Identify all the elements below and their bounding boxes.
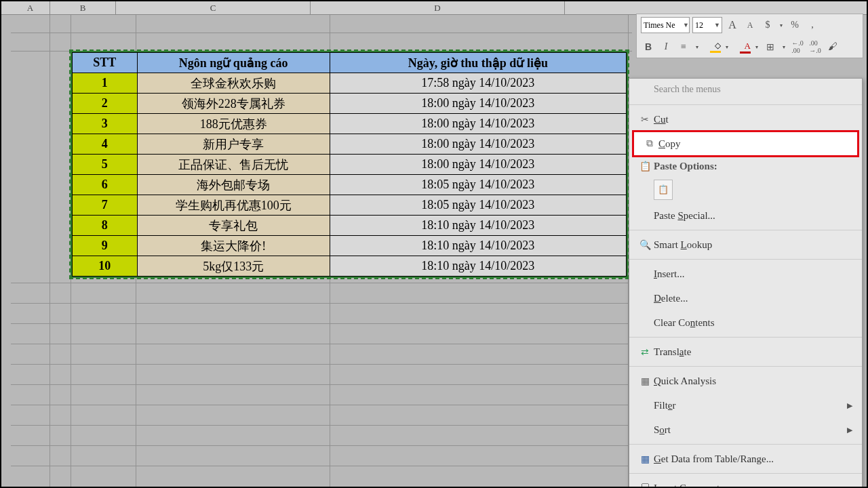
cell-stt[interactable]: 2 [73, 94, 138, 114]
table-header-row: STT Ngôn ngữ quảng cáo Ngày, giờ thu thậ… [73, 53, 627, 73]
currency-icon[interactable]: $ [760, 18, 775, 33]
menu-smart-lookup[interactable]: 🔍Smart Lookup [629, 232, 862, 257]
cell-lang[interactable]: 全球金秋欢乐购 [137, 73, 330, 94]
column-headers: A B C D [1, 1, 867, 15]
table-row: 7学生购机再优惠100元18:05 ngày 14/10/2023 [73, 195, 627, 216]
col-header-d[interactable]: D [311, 1, 565, 14]
menu-delete[interactable]: Delete... [629, 286, 862, 310]
increase-font-icon[interactable]: A [725, 18, 740, 33]
cell-stt[interactable]: 7 [73, 195, 138, 216]
table-row: 3188元优惠券18:00 ngày 14/10/2023 [73, 114, 627, 134]
cell-date[interactable]: 18:00 ngày 14/10/2023 [330, 134, 626, 155]
col-header-a[interactable]: A [11, 1, 50, 14]
col-header-b[interactable]: B [50, 1, 116, 14]
paste-icon: 📋 [636, 161, 654, 172]
italic-button[interactable]: I [658, 39, 673, 54]
cell-lang[interactable]: 正品保证、售后无忧 [137, 155, 330, 175]
cell-stt[interactable]: 8 [73, 216, 138, 236]
cell-stt[interactable]: 9 [73, 236, 138, 256]
borders-icon[interactable]: ⊞ [763, 39, 778, 54]
percent-icon[interactable]: % [787, 18, 802, 33]
cell-lang[interactable]: 新用户专享 [137, 134, 330, 155]
cell-lang[interactable]: 海外包邮专场 [137, 175, 330, 195]
cell-stt[interactable]: 4 [73, 134, 138, 155]
table-row: 5正品保证、售后无忧18:00 ngày 14/10/2023 [73, 155, 627, 175]
paste-default-button[interactable]: 📋 [654, 180, 673, 200]
menu-insert[interactable]: Insert... [629, 262, 862, 286]
format-painter-icon[interactable]: 🖌 [825, 39, 840, 54]
table-row: 4新用户专享18:00 ngày 14/10/2023 [73, 134, 627, 155]
comment-icon: 🗨 [636, 483, 654, 488]
table-row: 105kg仅133元18:10 ngày 14/10/2023 [73, 256, 627, 277]
cell-stt[interactable]: 10 [73, 256, 138, 277]
copy-icon: ⧉ [641, 138, 658, 149]
menu-sort[interactable]: Sort▶ [629, 418, 862, 442]
menu-paste-special[interactable]: Paste Special... [629, 203, 862, 228]
header-lang[interactable]: Ngôn ngữ quảng cáo [137, 53, 330, 73]
menu-quick-analysis[interactable]: ▦Quick Analysis [629, 369, 862, 393]
selected-table[interactable]: STT Ngôn ngữ quảng cáo Ngày, giờ thu thậ… [71, 51, 628, 278]
font-size-selector[interactable]: 12▼ [692, 17, 722, 33]
cell-date[interactable]: 17:58 ngày 14/10/2023 [330, 73, 626, 94]
decrease-font-icon[interactable]: A [743, 18, 757, 33]
table-row: 8专享礼包18:10 ngày 14/10/2023 [73, 216, 627, 236]
cell-date[interactable]: 18:00 ngày 14/10/2023 [330, 155, 626, 175]
cut-icon: ✂ [636, 114, 654, 125]
cell-date[interactable]: 18:10 ngày 14/10/2023 [330, 236, 626, 256]
cell-lang[interactable]: 专享礼包 [137, 216, 330, 236]
table-row: 6海外包邮专场18:05 ngày 14/10/2023 [73, 175, 627, 195]
menu-filter[interactable]: Filter▶ [629, 393, 862, 418]
smart-lookup-icon: 🔍 [636, 239, 654, 251]
cell-lang[interactable]: 领海外228专属礼券 [137, 94, 330, 114]
cell-date[interactable]: 18:10 ngày 14/10/2023 [330, 216, 626, 236]
fill-color-button[interactable]: ◇ [703, 41, 721, 53]
menu-clear-contents[interactable]: Clear Contents [629, 310, 862, 335]
col-header-c[interactable]: C [116, 1, 311, 14]
submenu-arrow-icon: ▶ [847, 401, 852, 410]
paste-option-row: 📋 [629, 176, 862, 203]
comma-icon[interactable]: , [805, 18, 820, 33]
menu-insert-comment[interactable]: 🗨Insert Comment [629, 476, 862, 488]
menu-translate[interactable]: ⇄Translate [629, 340, 862, 364]
context-menu: Search the menus ✂Cut ⧉Copy 📋Paste Optio… [629, 78, 863, 488]
cell-lang[interactable]: 188元优惠券 [137, 114, 330, 134]
decrease-decimal-icon[interactable]: .00→.0 [808, 39, 823, 54]
menu-copy[interactable]: ⧉Copy [632, 130, 859, 157]
bold-button[interactable]: B [641, 39, 656, 54]
cell-stt[interactable]: 5 [73, 155, 138, 175]
menu-paste-options: 📋Paste Options: [629, 156, 862, 176]
quick-analysis-icon: ▦ [636, 375, 654, 387]
header-stt[interactable]: STT [73, 53, 138, 73]
font-color-button[interactable]: A [733, 41, 751, 54]
table-row: 1全球金秋欢乐购17:58 ngày 14/10/2023 [73, 73, 627, 94]
cell-lang[interactable]: 5kg仅133元 [137, 256, 330, 277]
cell-date[interactable]: 18:05 ngày 14/10/2023 [330, 195, 626, 216]
font-selector[interactable]: Times Ne▼ [641, 17, 690, 33]
menu-get-data[interactable]: ▦Get Data from Table/Range... [629, 447, 862, 471]
table-row: 2领海外228专属礼券18:00 ngày 14/10/2023 [73, 94, 627, 114]
cell-stt[interactable]: 3 [73, 114, 138, 134]
table-row: 9集运大降价!18:10 ngày 14/10/2023 [73, 236, 627, 256]
cell-lang[interactable]: 集运大降价! [137, 236, 330, 256]
menu-cut[interactable]: ✂Cut [629, 107, 862, 131]
increase-decimal-icon[interactable]: ←.0.00 [790, 39, 805, 54]
cell-date[interactable]: 18:05 ngày 14/10/2023 [330, 175, 626, 195]
submenu-arrow-icon: ▶ [847, 426, 852, 434]
table-icon: ▦ [636, 453, 654, 465]
align-icon[interactable]: ≡ [676, 39, 691, 54]
mini-toolbar: Times Ne▼ 12▼ A A $▾ % , B I ≡▾ ◇▾ A▾ ⊞▾… [636, 14, 863, 58]
cell-stt[interactable]: 6 [73, 175, 138, 195]
translate-icon: ⇄ [636, 346, 654, 358]
cell-date[interactable]: 18:10 ngày 14/10/2023 [330, 256, 626, 277]
cell-stt[interactable]: 1 [73, 73, 138, 94]
cell-lang[interactable]: 学生购机再优惠100元 [137, 195, 330, 216]
cell-date[interactable]: 18:00 ngày 14/10/2023 [330, 94, 626, 114]
data-table: STT Ngôn ngữ quảng cáo Ngày, giờ thu thậ… [72, 52, 627, 277]
search-menus-input[interactable]: Search the menus [654, 84, 855, 100]
header-date[interactable]: Ngày, giờ thu thập dữ liệu [330, 53, 626, 73]
cell-date[interactable]: 18:00 ngày 14/10/2023 [330, 114, 626, 134]
